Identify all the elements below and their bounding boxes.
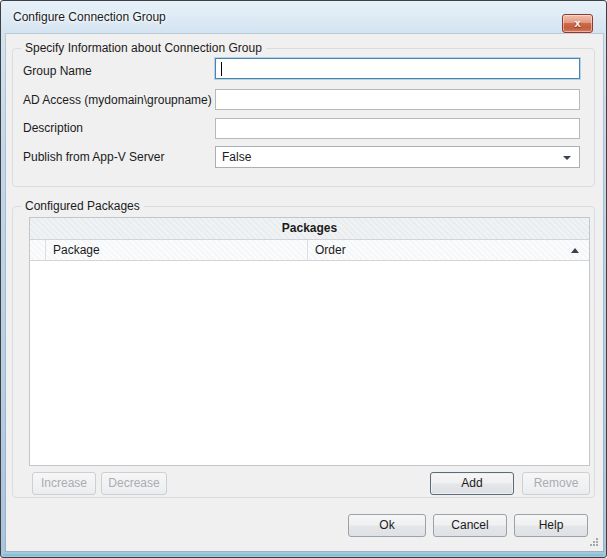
packages-table: Packages Package Order	[29, 217, 590, 466]
close-button[interactable]: x	[562, 14, 593, 33]
group-name-field-wrap	[215, 58, 580, 79]
packages-table-caption: Packages	[30, 218, 589, 240]
chevron-down-icon	[563, 156, 571, 160]
ad-access-input[interactable]	[215, 89, 580, 110]
publish-dropdown-value: False	[222, 150, 251, 164]
dialog-body: Specify Information about Connection Gro…	[6, 34, 603, 551]
add-button[interactable]: Add	[430, 472, 514, 495]
window-title: Configure Connection Group	[13, 10, 166, 24]
column-header-order[interactable]: Order	[308, 240, 589, 260]
packages-groupbox-title: Configured Packages	[21, 199, 144, 213]
text-caret	[221, 62, 222, 76]
packages-groupbox: Configured Packages Packages Package Ord…	[12, 206, 595, 498]
column-header-package[interactable]: Package	[46, 240, 308, 260]
row-selector-header-cell	[30, 240, 46, 260]
publish-dropdown[interactable]: False	[215, 146, 580, 168]
ad-access-field-wrap	[215, 89, 580, 110]
publish-label: Publish from App-V Server	[23, 150, 164, 164]
column-header-order-label: Order	[315, 243, 346, 257]
description-label: Description	[23, 121, 83, 135]
group-name-label: Group Name	[23, 64, 92, 78]
resize-grip[interactable]	[590, 538, 599, 547]
footer-button-row: Ok Cancel Help	[348, 514, 588, 537]
sort-ascending-icon	[571, 248, 579, 253]
remove-button[interactable]: Remove	[522, 472, 590, 495]
info-groupbox-title: Specify Information about Connection Gro…	[21, 41, 266, 55]
increase-button[interactable]: Increase	[32, 472, 96, 495]
configure-connection-group-dialog: Configure Connection Group x Specify Inf…	[0, 0, 607, 558]
packages-table-header-row: Package Order	[30, 240, 589, 261]
cancel-button[interactable]: Cancel	[433, 514, 507, 537]
packages-table-body	[30, 261, 589, 465]
titlebar[interactable]: Configure Connection Group x	[1, 1, 606, 34]
description-field-wrap	[215, 118, 580, 139]
ok-button[interactable]: Ok	[348, 514, 426, 537]
decrease-button[interactable]: Decrease	[101, 472, 167, 495]
ad-access-label: AD Access (mydomain\groupname)	[23, 93, 212, 107]
group-name-input[interactable]	[215, 58, 580, 79]
close-icon: x	[574, 17, 580, 29]
description-input[interactable]	[215, 118, 580, 139]
info-groupbox: Specify Information about Connection Gro…	[12, 48, 595, 187]
help-button[interactable]: Help	[514, 514, 588, 537]
